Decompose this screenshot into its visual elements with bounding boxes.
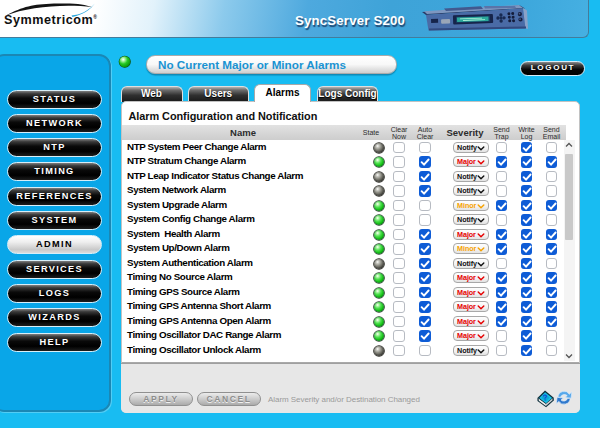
svg-text:?: ? <box>542 392 548 402</box>
